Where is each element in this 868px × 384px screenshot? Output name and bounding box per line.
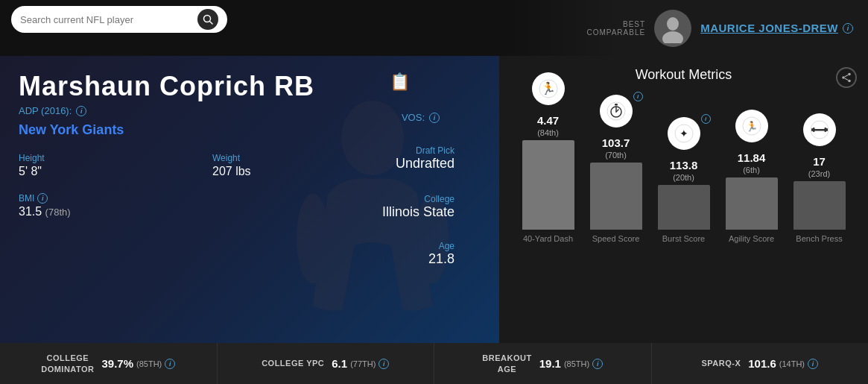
sparq-rank: (14TH) [779,359,805,368]
svg-point-3 [662,31,683,43]
sparq-label: SPARQ-x [701,358,741,368]
burst-label: Burst Score [662,234,705,243]
bench-value: 17 [793,155,846,168]
40yard-bar [522,140,574,230]
burst-value: 113.8 [658,159,710,171]
breakout-age-info[interactable]: i [592,359,603,369]
breakout-age-stat: BREAKOUTAGE 19.1 (85TH) i [434,343,652,384]
burst-rank: (20th) [658,173,710,182]
40yard-icon: 🏃 [532,72,565,105]
adp-label: ADP (2016): [19,105,72,116]
search-bar[interactable] [11,6,227,33]
search-input[interactable] [20,14,197,25]
left-panel: Marshaun Coprich RB 📋 ADP (2016): i VOS:… [0,56,499,343]
svg-point-2 [667,17,679,31]
svg-text:✦: ✦ [679,128,688,139]
svg-line-10 [845,75,849,78]
bmi-label: BMI [19,193,34,204]
agility-icon: 🏃 [735,110,768,142]
breakout-age-rank: (85TH) [564,359,589,368]
metric-burst: i ✦ 113.8 (20th) Burst Score [654,117,714,243]
player-silhouette [268,97,477,343]
metric-40yard: 🏃 4.47 (84th) 40-Yard Dash [519,72,578,243]
burst-bar [658,185,710,230]
bmi-value: 31.5 (78th) [19,205,168,218]
draft-pick-section: Draft Pick Undrafted [396,145,454,171]
draft-value: Undrafted [396,156,454,171]
college-dominator-info[interactable]: i [165,359,175,369]
height-value: 5' 8" [19,165,168,178]
search-button[interactable] [197,9,218,30]
breakout-age-value: 19.1 [539,357,561,370]
college-value: Illinois State [382,204,454,220]
college-dominator-stat: COLLEGEDOMINATOR 39.7% (85TH) i [0,343,218,384]
age-label: Age [428,241,454,251]
sparq-info[interactable]: i [808,359,818,369]
metric-speed: i 103.7 (70th) Speed Scor [586,95,646,243]
40yard-value: 4.47 [522,114,574,127]
metric-bench: 17 (23rd) Bench Press [790,113,849,243]
agility-value: 11.84 [726,151,778,164]
age-value: 21.8 [428,251,454,267]
age-section: Age 21.8 [428,241,454,267]
svg-rect-27 [811,128,813,131]
college-ypc-stat: COLLEGE YPC 6.1 (77TH) i [218,343,435,384]
comparable-label: COMPARABLE [586,28,645,37]
sparq-stat: SPARQ-x 101.6 (14TH) i [652,343,869,384]
college-section: College Illinois State [382,194,454,220]
svg-point-8 [848,80,851,83]
college-ypc-value: 6.1 [332,357,347,370]
burst-info-icon[interactable]: i [701,114,711,124]
speed-icon [600,95,633,128]
adp-info-icon[interactable]: i [76,106,86,116]
share-icon[interactable] [836,67,857,88]
bench-rank: (23rd) [793,169,846,178]
agility-rank: (6th) [726,166,778,174]
bmi-info-icon[interactable]: i [37,193,48,204]
college-ypc-label: COLLEGE YPC [262,358,324,368]
40yard-rank: (84th) [522,128,574,137]
vos-info-icon[interactable]: i [429,113,440,123]
bottom-bar: COLLEGEDOMINATOR 39.7% (85TH) i COLLEGE … [0,343,868,384]
document-icon[interactable]: 📋 [390,72,410,92]
height-label: Height [19,153,168,163]
vos-label: VOS: [402,112,425,123]
svg-rect-26 [824,128,826,132]
svg-line-11 [845,78,849,81]
college-ypc-info[interactable]: i [378,359,389,369]
svg-line-1 [210,22,213,25]
comparable-name[interactable]: MAURICE JONES-DREW [700,22,838,34]
svg-point-5 [297,194,329,283]
speed-value: 103.7 [590,136,642,149]
bmi-stat: BMI i 31.5 (78th) [19,193,168,218]
svg-rect-25 [813,128,815,132]
comparable-label-group: BEST COMPARABLE [586,20,645,37]
bench-label: Bench Press [796,234,842,243]
draft-label: Draft Pick [396,145,454,156]
college-ypc-rank: (77TH) [350,359,376,368]
college-dominator-value: 39.7% [102,357,134,370]
college-dominator-rank: (85TH) [136,359,162,368]
speed-rank: (70th) [590,151,642,160]
burst-icon: ✦ [668,117,700,150]
speed-label: Speed Score [592,234,640,243]
main-content: Marshaun Coprich RB 📋 ADP (2016): i VOS:… [0,56,868,343]
college-label: College [382,194,454,204]
comparable-avatar [654,10,691,47]
height-stat: Height 5' 8" [19,153,168,178]
40yard-label: 40-Yard Dash [523,234,573,243]
agility-bar [726,177,778,230]
right-panel: Workout Metrics 🏃 4 [499,56,868,343]
svg-rect-16 [615,104,618,106]
svg-rect-24 [813,129,826,131]
svg-point-4 [341,101,404,175]
svg-rect-28 [826,128,828,131]
bars-container: 🏃 4.47 (84th) 40-Yard Dash i [514,94,853,265]
speed-info-icon[interactable]: i [633,92,643,101]
svg-text:🏃: 🏃 [541,81,556,95]
speed-bar [590,163,642,230]
comparable-info-icon[interactable]: i [843,23,853,34]
best-label: BEST [586,20,645,28]
svg-text:🏃: 🏃 [746,120,758,133]
best-comparable-section: BEST COMPARABLE MAURICE JONES-DREW i [510,0,868,56]
